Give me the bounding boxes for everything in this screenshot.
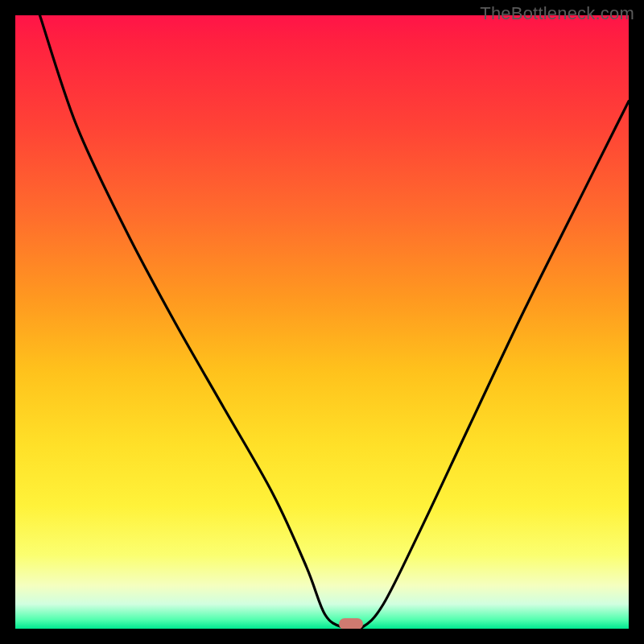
- plot-area: [15, 15, 629, 629]
- curve-svg: [15, 15, 629, 629]
- bottleneck-curve-path: [40, 15, 630, 629]
- watermark-text: TheBottleneck.com: [480, 3, 634, 24]
- optimal-marker: [339, 618, 363, 629]
